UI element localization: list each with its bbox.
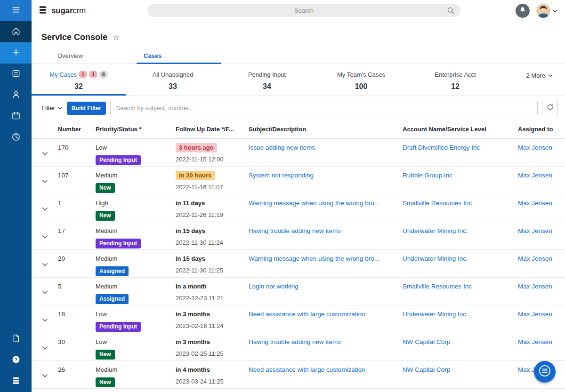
account-link[interactable]: Underwater Mining Inc. — [403, 254, 514, 262]
document-icon — [11, 334, 21, 345]
case-subject-link[interactable]: Having trouble adding new items — [249, 226, 399, 234]
case-tab-pending-input[interactable]: Pending Input 34 — [220, 64, 314, 96]
sidebar-item-help[interactable]: ? — [0, 350, 32, 371]
case-tab-label: Enterprise Acct — [435, 71, 476, 78]
assigned-to-link[interactable]: Max Jensen — [518, 310, 561, 318]
expand-row-chevron-icon[interactable] — [42, 149, 48, 158]
notifications-button[interactable] — [516, 4, 530, 18]
followup-relative: in 3 months — [176, 337, 210, 347]
case-subject-link[interactable]: Need assistance with large customization — [249, 365, 399, 373]
assigned-to-link[interactable]: Max Jensen — [518, 337, 561, 345]
sidebar-item-sugar-apps[interactable] — [0, 371, 32, 392]
sidebar-item-documentation[interactable] — [0, 328, 32, 350]
filter-dropdown-label: Filter — [41, 104, 55, 112]
filter-dropdown[interactable]: Filter — [41, 104, 63, 112]
user-menu[interactable] — [536, 4, 557, 18]
favorite-star-icon[interactable]: ☆ — [113, 33, 120, 41]
case-priority: Medium — [96, 282, 172, 291]
table-row[interactable]: 17 Medium Pending Input in 15 days 2022-… — [32, 222, 565, 250]
followup-date: 2022-11-26 11:19 — [176, 211, 245, 218]
followup-relative: in 15 days — [176, 226, 205, 236]
assigned-to-link[interactable]: Max Jensen — [518, 226, 561, 234]
account-link[interactable]: Underwater Mining Inc. — [403, 226, 514, 234]
assigned-to-link[interactable]: Max Jensen — [518, 282, 561, 290]
case-tab-my-teams-cases[interactable]: My Team's Cases 100 — [314, 64, 408, 96]
refresh-button[interactable] — [542, 101, 558, 115]
column-account-service-level[interactable]: Account Name/Service Level — [403, 120, 518, 139]
account-link[interactable]: NW Capital Corp — [403, 337, 514, 345]
followup-relative: in 15 days — [176, 254, 205, 264]
quick-actions-fab[interactable] — [534, 361, 556, 383]
sidebar-item-reports[interactable] — [0, 127, 32, 148]
case-priority: High — [96, 199, 172, 208]
expand-row-chevron-icon[interactable] — [42, 232, 48, 241]
followup-relative: 3 hours ago — [176, 143, 217, 152]
table-row[interactable]: 5 Medium Assigned in a month 2022-12-23 … — [32, 278, 565, 305]
sidebar-item-home[interactable] — [0, 21, 32, 42]
cases-table-wrap: Number Priority/Status * Follow Up Date … — [32, 120, 565, 392]
case-subject-link[interactable]: Need assistance with large customization — [249, 310, 399, 318]
table-row[interactable]: 170 Low Pending Input 3 hours ago 2022-1… — [32, 139, 565, 167]
case-subject-link[interactable]: Login not working — [249, 282, 399, 290]
column-number[interactable]: Number — [58, 120, 96, 139]
case-tab-enterprise-acct[interactable]: Enterprise Acct 12 — [408, 64, 502, 96]
main-area: sugarcrm — [32, 0, 565, 392]
status-badge: Pending Input — [96, 322, 141, 332]
column-assigned-to[interactable]: Assigned to — [518, 120, 565, 139]
column-priority-status[interactable]: Priority/Status * — [96, 120, 176, 139]
status-badge: New — [96, 350, 115, 360]
account-link[interactable]: Draft Diversified Energy Inc — [403, 143, 514, 151]
more-tabs-button[interactable]: 2 More — [526, 64, 565, 79]
refresh-icon — [546, 103, 554, 113]
build-filter-button[interactable]: Build Filter — [67, 102, 106, 115]
sidebar-item-contacts[interactable] — [0, 85, 32, 106]
expand-row-chevron-icon[interactable] — [42, 288, 48, 296]
case-subject-link[interactable]: Warning message when using the wrong bro… — [249, 254, 399, 262]
case-number: 18 — [58, 311, 65, 318]
expand-row-chevron-icon[interactable] — [42, 177, 48, 185]
expand-row-chevron-icon[interactable] — [42, 344, 48, 352]
global-search-input[interactable] — [147, 4, 460, 17]
global-search — [147, 4, 460, 17]
case-tab-all-unassigned[interactable]: All Unassigned 33 — [126, 64, 220, 96]
expand-row-chevron-icon[interactable] — [42, 205, 48, 213]
account-link[interactable]: Smallville Resources Inc — [403, 282, 514, 290]
column-followup-date[interactable]: Follow Up Date */F... — [176, 120, 249, 139]
table-row[interactable]: 107 Medium New in 20 hours 2022-11-16 11… — [32, 167, 565, 194]
tab-cases[interactable]: Cases — [137, 48, 221, 64]
case-subject-link[interactable]: Having trouble adding new items — [249, 337, 399, 345]
main-menu-button[interactable] — [0, 0, 32, 21]
sidebar-item-modules[interactable] — [0, 64, 32, 85]
expand-row-chevron-icon[interactable] — [42, 371, 48, 380]
table-row[interactable]: 26 Medium New in 4 months 2023-03-24 11:… — [32, 361, 565, 389]
case-subject-link[interactable]: Warning message when using the wrong bro… — [249, 199, 399, 207]
case-list-search-input[interactable] — [110, 101, 538, 115]
assigned-to-link[interactable]: Max Jensen — [518, 143, 561, 151]
table-row[interactable]: 30 Low New in 3 months 2023-02-25 11:25 … — [32, 333, 565, 361]
expand-row-chevron-icon[interactable] — [42, 316, 48, 324]
table-row[interactable]: 1 High New in 11 days 2022-11-26 11:19 W… — [32, 194, 565, 222]
case-tab-label: My Team's Cases — [337, 71, 385, 78]
tab-overview[interactable]: Overview — [32, 48, 137, 64]
assigned-to-link[interactable]: Max Jensen — [518, 171, 561, 179]
sidebar-item-create[interactable] — [0, 42, 32, 64]
followup-relative: in 4 months — [176, 365, 210, 375]
table-row[interactable]: 18 Low Pending Input in 3 months 2023-02… — [32, 305, 565, 333]
sidebar-item-calendar[interactable] — [0, 106, 32, 127]
case-priority: Medium — [96, 226, 172, 236]
case-tab-count: 33 — [126, 82, 220, 91]
sugarcrm-logo[interactable]: sugarcrm — [38, 5, 147, 17]
case-subject-link[interactable]: System not responding — [249, 171, 399, 179]
account-link[interactable]: NW Capital Corp — [403, 365, 514, 373]
case-tab-my-cases[interactable]: My Cases118 32 — [32, 64, 126, 96]
assigned-to-link[interactable]: Max Jensen — [518, 199, 561, 207]
expand-row-chevron-icon[interactable] — [42, 260, 48, 269]
account-link[interactable]: Underwater Mining Inc. — [403, 310, 514, 318]
account-link[interactable]: Rubble Group Inc — [403, 171, 514, 179]
account-link[interactable]: Smallville Resources Inc — [403, 199, 514, 207]
column-expand — [32, 120, 58, 139]
case-subject-link[interactable]: Issue adding new items — [249, 143, 399, 151]
table-row[interactable]: 20 Medium Assigned in 15 days 2022-11-30… — [32, 250, 565, 278]
assigned-to-link[interactable]: Max Jensen — [518, 254, 561, 262]
column-subject-description[interactable]: Subject/Description — [249, 120, 403, 139]
